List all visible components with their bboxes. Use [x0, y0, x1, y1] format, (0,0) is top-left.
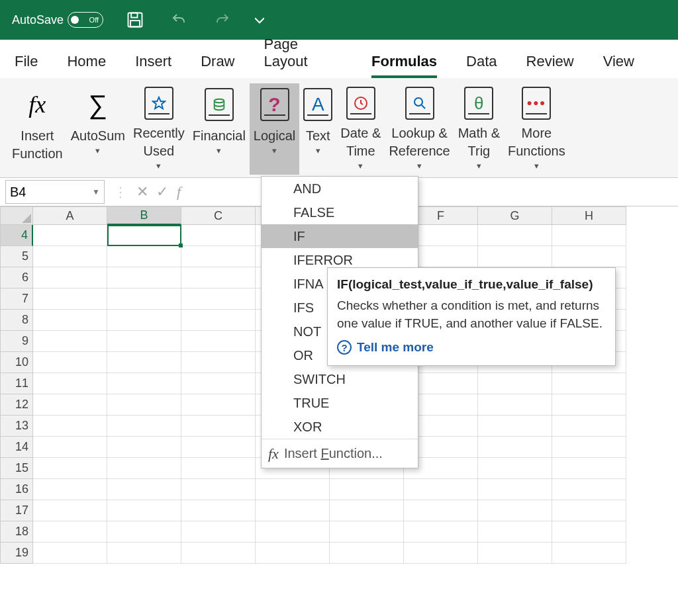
- autosave-toggle[interactable]: Off: [68, 12, 103, 28]
- row-header-9[interactable]: 9: [0, 331, 33, 352]
- redo-icon[interactable]: [211, 8, 234, 32]
- cell-B14[interactable]: [107, 437, 181, 458]
- cell-D17[interactable]: [256, 500, 330, 521]
- row-header-18[interactable]: 18: [0, 521, 33, 543]
- row-header-12[interactable]: 12: [0, 394, 33, 416]
- cell-H17[interactable]: [552, 500, 626, 521]
- cell-C9[interactable]: [181, 331, 256, 352]
- ribbon-text-button[interactable]: AText ▾: [299, 83, 336, 175]
- cell-C16[interactable]: [181, 479, 256, 500]
- dropdown-item-and[interactable]: AND: [262, 177, 418, 200]
- column-header-B[interactable]: B: [107, 206, 181, 225]
- column-header-H[interactable]: H: [552, 206, 626, 225]
- cell-B5[interactable]: [107, 246, 181, 267]
- cell-G4[interactable]: [478, 225, 552, 246]
- cell-B11[interactable]: [107, 373, 181, 394]
- fx-icon[interactable]: f: [172, 183, 185, 200]
- cell-G14[interactable]: [478, 437, 552, 458]
- ribbon-financial-button[interactable]: Financial ▾: [189, 83, 250, 175]
- cell-A8[interactable]: [33, 310, 107, 331]
- cell-H12[interactable]: [552, 394, 626, 416]
- cell-A14[interactable]: [33, 437, 107, 458]
- cell-B19[interactable]: [107, 543, 181, 564]
- tab-data[interactable]: Data: [466, 53, 497, 78]
- cell-H18[interactable]: [552, 521, 626, 543]
- cell-A16[interactable]: [33, 479, 107, 500]
- cell-A9[interactable]: [33, 331, 107, 352]
- cell-G13[interactable]: [478, 416, 552, 437]
- cell-B13[interactable]: [107, 416, 181, 437]
- cell-C13[interactable]: [181, 416, 256, 437]
- cell-E16[interactable]: [330, 479, 404, 500]
- cell-H16[interactable]: [552, 479, 626, 500]
- tab-review[interactable]: Review: [526, 53, 574, 78]
- cell-B16[interactable]: [107, 479, 181, 500]
- cell-H19[interactable]: [552, 543, 626, 564]
- ribbon-date-time-button[interactable]: Date & Time ▾: [336, 83, 385, 175]
- cell-B10[interactable]: [107, 352, 181, 373]
- cell-C17[interactable]: [181, 500, 256, 521]
- cell-C19[interactable]: [181, 543, 256, 564]
- cancel-formula-icon[interactable]: ✕: [132, 183, 152, 200]
- cell-A15[interactable]: [33, 458, 107, 479]
- ribbon-autosum-button[interactable]: ∑AutoSum ▾: [67, 83, 129, 175]
- chevron-down-icon[interactable]: ▼: [92, 187, 100, 197]
- cell-A12[interactable]: [33, 394, 107, 416]
- cell-B18[interactable]: [107, 521, 181, 543]
- dropdown-item-false[interactable]: FALSE: [262, 200, 418, 224]
- cell-C10[interactable]: [181, 352, 256, 373]
- tab-page-layout[interactable]: Page Layout: [264, 36, 343, 78]
- cell-G17[interactable]: [478, 500, 552, 521]
- cell-B9[interactable]: [107, 331, 181, 352]
- row-header-13[interactable]: 13: [0, 416, 33, 437]
- cell-A11[interactable]: [33, 373, 107, 394]
- row-header-8[interactable]: 8: [0, 310, 33, 331]
- tab-view[interactable]: View: [603, 53, 634, 78]
- cell-C18[interactable]: [181, 521, 256, 543]
- row-header-17[interactable]: 17: [0, 500, 33, 521]
- cell-B15[interactable]: [107, 458, 181, 479]
- cell-A6[interactable]: [33, 267, 107, 288]
- cell-G15[interactable]: [478, 458, 552, 479]
- tab-draw[interactable]: Draw: [201, 53, 234, 78]
- dropdown-item-switch[interactable]: SWITCH: [262, 367, 418, 391]
- cell-H13[interactable]: [552, 416, 626, 437]
- ribbon-logical-button[interactable]: ?Logical ▾: [250, 83, 299, 175]
- cell-H5[interactable]: [552, 246, 626, 267]
- column-header-C[interactable]: C: [181, 206, 256, 225]
- ribbon-insert-function-button[interactable]: fxInsert Function: [8, 83, 67, 175]
- cell-F19[interactable]: [404, 543, 478, 564]
- customize-qat-icon[interactable]: [248, 8, 271, 32]
- accept-formula-icon[interactable]: ✓: [152, 183, 172, 200]
- cell-E18[interactable]: [330, 521, 404, 543]
- row-header-5[interactable]: 5: [0, 246, 33, 267]
- tab-file[interactable]: File: [15, 53, 38, 78]
- ribbon-more-functions-button[interactable]: •••More Functions ▾: [504, 83, 569, 175]
- row-header-6[interactable]: 6: [0, 267, 33, 288]
- cell-G19[interactable]: [478, 543, 552, 564]
- ribbon-recently-used-button[interactable]: Recently Used ▾: [129, 83, 189, 175]
- row-header-16[interactable]: 16: [0, 479, 33, 500]
- name-box[interactable]: B4 ▼: [5, 180, 105, 204]
- cell-A18[interactable]: [33, 521, 107, 543]
- cell-G16[interactable]: [478, 479, 552, 500]
- row-header-14[interactable]: 14: [0, 437, 33, 458]
- ribbon-lookup-reference-button[interactable]: Lookup & Reference ▾: [385, 83, 454, 175]
- ribbon-math-trig-button[interactable]: θMath & Trig ▾: [454, 83, 504, 175]
- cell-C5[interactable]: [181, 246, 256, 267]
- row-header-4[interactable]: 4: [0, 225, 33, 246]
- cell-C11[interactable]: [181, 373, 256, 394]
- dropdown-insert-function[interactable]: fxInsert Function...: [262, 439, 418, 468]
- tell-me-more-link[interactable]: ? Tell me more: [337, 340, 606, 355]
- cell-D16[interactable]: [256, 479, 330, 500]
- cell-C15[interactable]: [181, 458, 256, 479]
- column-header-G[interactable]: G: [478, 206, 552, 225]
- tab-formulas[interactable]: Formulas: [371, 53, 437, 78]
- cell-B8[interactable]: [107, 310, 181, 331]
- cell-A17[interactable]: [33, 500, 107, 521]
- cell-G18[interactable]: [478, 521, 552, 543]
- cell-E17[interactable]: [330, 500, 404, 521]
- cell-C4[interactable]: [181, 225, 256, 246]
- cell-B4[interactable]: [107, 225, 181, 246]
- cell-D19[interactable]: [256, 543, 330, 564]
